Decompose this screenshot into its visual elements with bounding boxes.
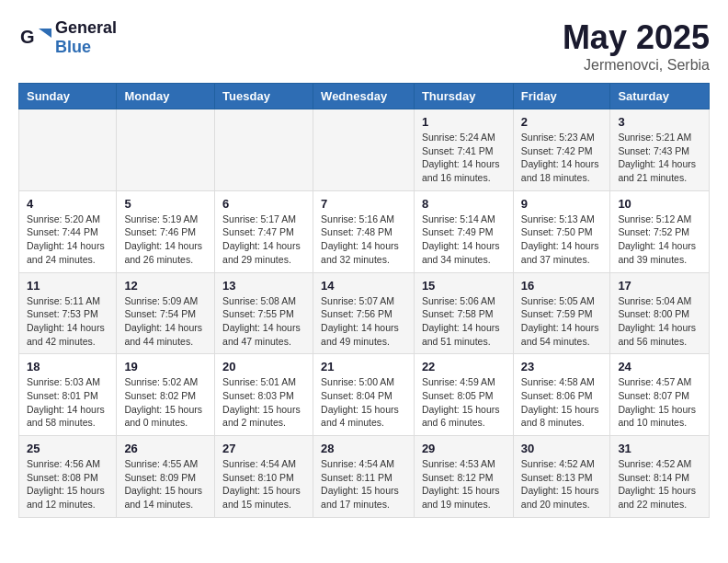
day-header-monday: Monday [117, 84, 215, 109]
day-number: 25 [27, 442, 108, 455]
day-header-thursday: Thursday [414, 84, 513, 109]
calendar-cell: 29 Sunrise: 4:53 AM Sunset: 8:12 PM Dayl… [414, 436, 513, 518]
day-number: 11 [27, 279, 108, 293]
calendar-cell: 25 Sunrise: 4:56 AM Sunset: 8:08 PM Dayl… [19, 436, 117, 518]
day-info: Sunrise: 5:07 AM Sunset: 7:56 PM Dayligh… [321, 295, 399, 347]
day-number: 13 [222, 279, 305, 293]
day-number: 1 [422, 115, 506, 129]
svg-marker-1 [39, 29, 51, 38]
day-number: 22 [422, 360, 506, 373]
day-number: 7 [321, 197, 406, 211]
calendar-week-3: 11 Sunrise: 5:11 AM Sunset: 7:53 PM Dayl… [19, 272, 710, 354]
day-number: 14 [321, 279, 406, 293]
day-info: Sunrise: 5:01 AM Sunset: 8:03 PM Dayligh… [222, 376, 301, 428]
day-info: Sunrise: 5:19 AM Sunset: 7:46 PM Dayligh… [124, 213, 202, 265]
page-header: G General Blue May 2025 Jermenovci, Serb… [18, 18, 710, 74]
day-info: Sunrise: 5:13 AM Sunset: 7:50 PM Dayligh… [521, 213, 599, 265]
day-number: 17 [618, 279, 701, 293]
calendar-cell: 18 Sunrise: 5:03 AM Sunset: 8:01 PM Dayl… [19, 354, 117, 436]
calendar-cell [313, 109, 415, 191]
calendar-cell: 10 Sunrise: 5:12 AM Sunset: 7:52 PM Dayl… [610, 190, 710, 272]
day-info: Sunrise: 5:06 AM Sunset: 7:58 PM Dayligh… [422, 295, 500, 347]
calendar-cell: 13 Sunrise: 5:08 AM Sunset: 7:55 PM Dayl… [215, 272, 313, 354]
month-title: May 2025 [563, 18, 710, 57]
calendar-cell [19, 109, 117, 191]
calendar-cell: 30 Sunrise: 4:52 AM Sunset: 8:13 PM Dayl… [513, 436, 610, 518]
logo-icon: G [18, 21, 51, 54]
calendar-cell: 1 Sunrise: 5:24 AM Sunset: 7:41 PM Dayli… [414, 109, 513, 191]
calendar-cell: 27 Sunrise: 4:54 AM Sunset: 8:10 PM Dayl… [215, 436, 313, 518]
day-header-wednesday: Wednesday [313, 84, 415, 109]
calendar-cell: 3 Sunrise: 5:21 AM Sunset: 7:43 PM Dayli… [610, 109, 710, 191]
calendar-cell: 15 Sunrise: 5:06 AM Sunset: 7:58 PM Dayl… [414, 272, 513, 354]
day-number: 19 [124, 360, 207, 373]
calendar-cell: 24 Sunrise: 4:57 AM Sunset: 8:07 PM Dayl… [610, 354, 710, 436]
calendar-cell: 2 Sunrise: 5:23 AM Sunset: 7:42 PM Dayli… [513, 109, 610, 191]
day-number: 5 [124, 197, 207, 211]
day-number: 27 [222, 442, 305, 455]
calendar-cell: 14 Sunrise: 5:07 AM Sunset: 7:56 PM Dayl… [313, 272, 415, 354]
calendar-week-1: 1 Sunrise: 5:24 AM Sunset: 7:41 PM Dayli… [19, 109, 710, 191]
day-number: 26 [124, 442, 207, 455]
day-info: Sunrise: 5:05 AM Sunset: 7:59 PM Dayligh… [521, 295, 599, 347]
day-number: 30 [521, 442, 603, 455]
day-info: Sunrise: 4:54 AM Sunset: 8:10 PM Dayligh… [222, 458, 301, 510]
day-number: 6 [222, 197, 305, 211]
day-number: 23 [521, 360, 603, 373]
calendar-cell: 8 Sunrise: 5:14 AM Sunset: 7:49 PM Dayli… [414, 190, 513, 272]
day-number: 16 [521, 279, 603, 293]
day-info: Sunrise: 4:57 AM Sunset: 8:07 PM Dayligh… [618, 376, 696, 428]
logo-blue: Blue [55, 38, 91, 56]
day-info: Sunrise: 5:23 AM Sunset: 7:42 PM Dayligh… [521, 132, 599, 183]
calendar-cell: 19 Sunrise: 5:02 AM Sunset: 8:02 PM Dayl… [117, 354, 215, 436]
title-section: May 2025 Jermenovci, Serbia [563, 18, 710, 74]
day-info: Sunrise: 5:16 AM Sunset: 7:48 PM Dayligh… [321, 213, 399, 265]
day-info: Sunrise: 4:52 AM Sunset: 8:14 PM Dayligh… [618, 458, 696, 510]
calendar-cell: 12 Sunrise: 5:09 AM Sunset: 7:54 PM Dayl… [117, 272, 215, 354]
calendar-cell: 11 Sunrise: 5:11 AM Sunset: 7:53 PM Dayl… [19, 272, 117, 354]
day-info: Sunrise: 4:58 AM Sunset: 8:06 PM Dayligh… [521, 376, 599, 428]
day-header-tuesday: Tuesday [215, 84, 313, 109]
calendar-cell: 4 Sunrise: 5:20 AM Sunset: 7:44 PM Dayli… [19, 190, 117, 272]
day-info: Sunrise: 4:56 AM Sunset: 8:08 PM Dayligh… [27, 458, 105, 510]
day-number: 4 [27, 197, 108, 211]
day-number: 28 [321, 442, 406, 455]
calendar-cell: 22 Sunrise: 4:59 AM Sunset: 8:05 PM Dayl… [414, 354, 513, 436]
day-info: Sunrise: 5:00 AM Sunset: 8:04 PM Dayligh… [321, 376, 399, 428]
day-number: 8 [422, 197, 506, 211]
day-info: Sunrise: 5:09 AM Sunset: 7:54 PM Dayligh… [124, 295, 202, 347]
calendar-week-4: 18 Sunrise: 5:03 AM Sunset: 8:01 PM Dayl… [19, 354, 710, 436]
calendar-cell: 20 Sunrise: 5:01 AM Sunset: 8:03 PM Dayl… [215, 354, 313, 436]
day-info: Sunrise: 5:04 AM Sunset: 8:00 PM Dayligh… [618, 295, 696, 347]
day-header-friday: Friday [513, 84, 610, 109]
day-number: 12 [124, 279, 207, 293]
calendar: SundayMondayTuesdayWednesdayThursdayFrid… [18, 83, 710, 518]
calendar-cell: 17 Sunrise: 5:04 AM Sunset: 8:00 PM Dayl… [610, 272, 710, 354]
calendar-cell: 5 Sunrise: 5:19 AM Sunset: 7:46 PM Dayli… [117, 190, 215, 272]
day-header-saturday: Saturday [610, 84, 710, 109]
calendar-header-row: SundayMondayTuesdayWednesdayThursdayFrid… [19, 84, 710, 109]
day-info: Sunrise: 5:08 AM Sunset: 7:55 PM Dayligh… [222, 295, 301, 347]
day-info: Sunrise: 5:11 AM Sunset: 7:53 PM Dayligh… [27, 295, 105, 347]
day-info: Sunrise: 5:03 AM Sunset: 8:01 PM Dayligh… [27, 376, 105, 428]
day-info: Sunrise: 5:20 AM Sunset: 7:44 PM Dayligh… [27, 213, 105, 265]
logo-text: General [55, 18, 117, 37]
calendar-cell: 28 Sunrise: 4:54 AM Sunset: 8:11 PM Dayl… [313, 436, 415, 518]
calendar-cell: 23 Sunrise: 4:58 AM Sunset: 8:06 PM Dayl… [513, 354, 610, 436]
calendar-cell: 31 Sunrise: 4:52 AM Sunset: 8:14 PM Dayl… [610, 436, 710, 518]
calendar-cell: 16 Sunrise: 5:05 AM Sunset: 7:59 PM Dayl… [513, 272, 610, 354]
day-info: Sunrise: 5:02 AM Sunset: 8:02 PM Dayligh… [124, 376, 202, 428]
calendar-week-5: 25 Sunrise: 4:56 AM Sunset: 8:08 PM Dayl… [19, 436, 710, 518]
calendar-cell: 21 Sunrise: 5:00 AM Sunset: 8:04 PM Dayl… [313, 354, 415, 436]
calendar-cell: 6 Sunrise: 5:17 AM Sunset: 7:47 PM Dayli… [215, 190, 313, 272]
day-number: 2 [521, 115, 603, 129]
day-info: Sunrise: 4:59 AM Sunset: 8:05 PM Dayligh… [422, 376, 500, 428]
location: Jermenovci, Serbia [563, 57, 710, 74]
day-number: 20 [222, 360, 305, 373]
day-number: 10 [618, 197, 701, 211]
day-number: 3 [618, 115, 701, 129]
svg-text:G: G [20, 27, 35, 47]
calendar-cell [215, 109, 313, 191]
day-info: Sunrise: 4:55 AM Sunset: 8:09 PM Dayligh… [124, 458, 202, 510]
day-info: Sunrise: 4:52 AM Sunset: 8:13 PM Dayligh… [521, 458, 599, 510]
